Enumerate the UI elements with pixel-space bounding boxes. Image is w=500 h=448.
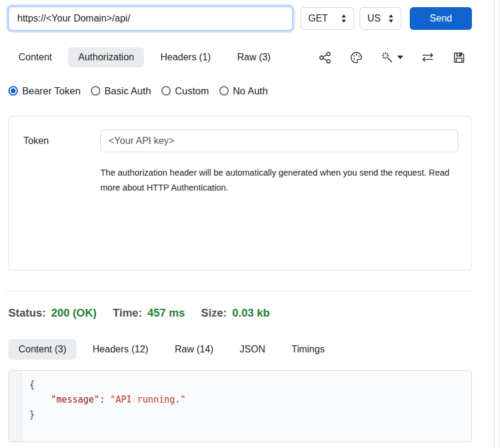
- select-updown-icon: [341, 14, 346, 23]
- region-select-value: US: [367, 13, 381, 24]
- radio-label: Bearer Token: [22, 85, 81, 97]
- auth-type-options: Bearer Token Basic Auth Custom No Auth: [8, 82, 472, 100]
- method-select-value: GET: [308, 13, 328, 24]
- radio-no-auth[interactable]: No Auth: [219, 85, 268, 97]
- json-value: "API running.": [110, 394, 185, 405]
- time-value: 457 ms: [148, 306, 185, 320]
- token-help-text: The authorization header will be automat…: [100, 165, 453, 195]
- send-button[interactable]: Send: [410, 7, 472, 30]
- json-key: "message": [51, 394, 99, 405]
- json-open-brace: {: [29, 379, 35, 390]
- radio-label: No Auth: [233, 85, 268, 97]
- select-updown-icon: [388, 14, 394, 23]
- token-row: Token: [23, 130, 458, 152]
- page-scrollbar[interactable]: [494, 0, 500, 448]
- resp-tab-json[interactable]: JSON: [229, 339, 275, 360]
- radio-label: Custom: [175, 85, 209, 97]
- tab-raw[interactable]: Raw (3): [227, 47, 281, 67]
- region-select[interactable]: US: [360, 7, 401, 30]
- resp-tab-headers[interactable]: Headers (12): [82, 339, 158, 360]
- radio-custom[interactable]: Custom: [161, 85, 209, 97]
- resp-tab-raw[interactable]: Raw (14): [164, 339, 223, 360]
- save-floppy-icon[interactable]: [452, 51, 466, 65]
- request-tabs-row: Content Authorization Headers (1) Raw (3…: [8, 45, 472, 69]
- time-label: Time:: [113, 306, 142, 320]
- radio-label: Basic Auth: [105, 85, 151, 97]
- tab-headers[interactable]: Headers (1): [150, 47, 220, 67]
- section-divider: [6, 291, 472, 291]
- request-toolbar: [318, 50, 466, 65]
- radio-unselected-icon: [219, 86, 229, 96]
- resp-tab-content[interactable]: Content (3): [8, 339, 76, 360]
- json-indent: [29, 394, 51, 405]
- magic-wand-dropdown-icon[interactable]: [381, 51, 403, 65]
- time-item: Time: 457 ms: [113, 306, 185, 320]
- size-item: Size: 0.03 kb: [201, 306, 270, 320]
- token-label: Token: [23, 136, 100, 146]
- radio-unselected-icon: [91, 86, 100, 96]
- bearer-token-panel: Token The authorization header will be a…: [8, 116, 472, 271]
- radio-basic-auth[interactable]: Basic Auth: [91, 85, 151, 97]
- resp-tab-timings[interactable]: Timings: [281, 339, 335, 360]
- share-nodes-icon[interactable]: [318, 51, 332, 65]
- response-status-row: Status: 200 (OK) Time: 457 ms Size: 0.03…: [8, 303, 472, 322]
- status-value: 200 (OK): [51, 306, 97, 320]
- size-value: 0.03 kb: [232, 306, 270, 320]
- response-json[interactable]: { "message": "API running." }: [22, 371, 471, 441]
- status-label: Status:: [8, 306, 46, 320]
- code-gutter: [9, 371, 22, 441]
- size-label: Size:: [201, 306, 227, 320]
- response-tabs-row: Content (3) Headers (12) Raw (14) JSON T…: [8, 336, 472, 362]
- radio-bearer-token[interactable]: Bearer Token: [8, 85, 81, 97]
- palette-icon[interactable]: [349, 51, 363, 65]
- tab-authorization[interactable]: Authorization: [68, 47, 144, 67]
- tab-content[interactable]: Content: [8, 47, 62, 67]
- api-client-page: GET US Send Content Authorization Header…: [0, 0, 500, 442]
- method-select[interactable]: GET: [300, 7, 354, 30]
- url-input[interactable]: [8, 7, 293, 30]
- json-colon: :: [99, 394, 110, 405]
- radio-unselected-icon: [161, 86, 171, 96]
- token-input[interactable]: [100, 130, 458, 152]
- status-item: Status: 200 (OK): [8, 306, 97, 320]
- wand-caret-down-icon: [397, 56, 403, 59]
- response-body-panel: { "message": "API running." }: [8, 370, 472, 442]
- request-bar: GET US Send: [8, 5, 472, 32]
- radio-selected-icon: [8, 86, 18, 96]
- transfer-arrows-icon[interactable]: [421, 50, 435, 65]
- json-close-brace: }: [29, 409, 35, 420]
